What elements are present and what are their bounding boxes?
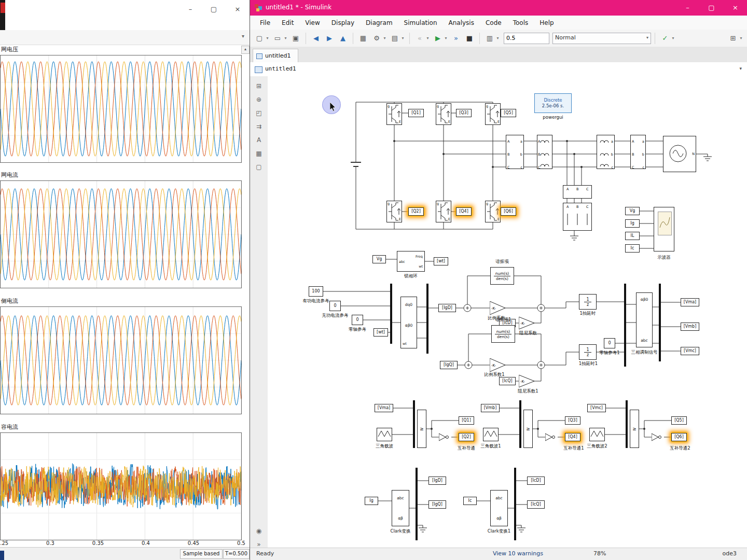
chevron-down-icon[interactable]: ▾ — [242, 33, 244, 39]
goto-tag-q5[interactable]: [Q5] — [501, 109, 516, 117]
relational-operator-block[interactable]: ≥ — [523, 410, 533, 448]
from-tag-ig[interactable]: Ig — [365, 497, 378, 505]
save-button[interactable]: ▣ — [289, 32, 302, 45]
three-phase-inductor-block[interactable]: a b c — [597, 135, 615, 169]
goto-tag-q2[interactable]: [Q2] — [459, 433, 474, 441]
status-solver[interactable]: ode3 — [723, 550, 737, 557]
model-settings-button[interactable]: ⚙ — [370, 32, 383, 45]
unit-delay-block-1[interactable]: 1z — [579, 344, 597, 360]
gain-block-kp1[interactable]: -K- — [490, 358, 506, 372]
from-tag-igq[interactable]: [IgQ] — [440, 361, 458, 369]
titlebar[interactable]: untitled1 * - Simulink – ▢ × — [250, 0, 747, 16]
three-phase-filter-block[interactable]: A B C — [563, 203, 592, 231]
goto-tag-q5[interactable]: [Q5] — [671, 416, 687, 425]
goto-tag-q2[interactable]: [Q2] — [408, 207, 424, 216]
pll-block[interactable]: abc Freq wt — [397, 251, 425, 272]
model-explorer-button[interactable]: ▤ — [389, 32, 401, 45]
run-button[interactable]: ▶ — [432, 32, 444, 45]
constant-reactive-ref[interactable]: 0 — [329, 301, 341, 311]
igbt-block[interactable]: g E — [386, 201, 402, 222]
mux-bar[interactable] — [519, 400, 521, 448]
carrier-block[interactable] — [483, 428, 499, 441]
goto-tag-vma[interactable]: [Vma] — [681, 298, 699, 306]
sim-mode-select[interactable]: Normal ▾ — [552, 33, 651, 44]
from-tag-vg[interactable]: Vg — [372, 255, 386, 263]
library-browser-button[interactable]: ▦ — [357, 32, 369, 45]
goto-tag-q3[interactable]: [Q3] — [456, 109, 472, 117]
minimize-button[interactable]: – — [676, 0, 699, 16]
goto-tag-q4[interactable]: [Q4] — [565, 433, 580, 441]
build-button[interactable]: ⊞ — [727, 32, 739, 45]
menu-analysis[interactable]: Analysis — [443, 19, 480, 26]
menu-diagram[interactable]: Diagram — [360, 19, 398, 26]
scope-titlebar[interactable]: – ▢ × — [0, 0, 250, 31]
gain-block-kd[interactable]: -K- — [519, 317, 535, 329]
library-browser-icon[interactable]: ⊞ — [251, 79, 267, 93]
from-tag-il[interactable]: IL — [625, 232, 640, 240]
from-tag-icq[interactable]: [IcQ] — [499, 377, 516, 385]
from-tag-igd[interactable]: [IgD] — [438, 304, 456, 312]
step-forward-button[interactable]: » — [450, 32, 462, 45]
goto-tag-vmc[interactable]: [Vmc] — [681, 347, 699, 355]
breadcrumb-item[interactable]: untitled1 — [265, 65, 296, 72]
area-icon[interactable]: ▢ — [251, 160, 267, 174]
relational-operator-block[interactable]: ≥ — [630, 410, 639, 448]
demux-bar[interactable] — [514, 468, 516, 540]
igbt-block[interactable]: g E — [386, 103, 402, 125]
mux-bar[interactable] — [626, 400, 628, 448]
relational-operator-block[interactable]: ≥ — [417, 410, 426, 448]
from-tag-vmb[interactable]: [Vmb] — [481, 404, 500, 412]
stop-button[interactable]: ■ — [463, 32, 476, 45]
three-phase-measurement-block[interactable]: A B C a b c — [630, 135, 646, 169]
dq0-transform-block[interactable]: dq0 αβ0 wt — [400, 297, 417, 348]
maximize-button[interactable]: ▢ — [204, 2, 223, 17]
menu-code[interactable]: Code — [480, 19, 507, 26]
powergui-block[interactable]: Discrete 2.5e-06 s. — [534, 93, 572, 113]
three-phase-inductor-block[interactable]: A B C — [537, 135, 552, 169]
close-button[interactable]: × — [724, 0, 747, 16]
goto-tag-icq[interactable]: [IcQ] — [527, 500, 545, 509]
demux-bar[interactable] — [659, 284, 661, 361]
goto-tag-q1[interactable]: [Q1] — [459, 416, 474, 425]
run-caret-icon[interactable]: ▾ — [443, 32, 449, 45]
from-tag-vma[interactable]: [Vma] — [375, 404, 393, 412]
new-model-button[interactable]: ▢ — [253, 32, 266, 45]
from-tag-wt[interactable]: [wt] — [374, 328, 388, 337]
goto-tag-q4[interactable]: [Q4] — [456, 207, 472, 216]
constant-zero-ref[interactable]: 0 — [352, 315, 363, 325]
igbt-block[interactable]: g E — [436, 103, 451, 125]
three-phase-load-block[interactable]: A B C — [563, 185, 592, 199]
new-model-caret-icon[interactable]: ▾ — [265, 32, 270, 45]
goto-tag-icd[interactable]: [IcD] — [527, 477, 545, 485]
goto-tag-wt[interactable]: [wt] — [434, 257, 448, 265]
from-tag-ig[interactable]: Ig — [625, 219, 640, 228]
maximize-button[interactable]: ▢ — [700, 0, 723, 16]
step-back-caret-icon[interactable]: ▾ — [425, 32, 431, 45]
menu-file[interactable]: File — [254, 19, 276, 26]
back-button[interactable]: ◀ — [310, 32, 322, 45]
not-gate-icon[interactable] — [652, 433, 664, 441]
update-model-button[interactable]: ✓ — [659, 32, 671, 45]
chevron-down-icon[interactable]: ▾ — [739, 66, 742, 71]
goto-tag-q3[interactable]: [Q3] — [565, 416, 580, 425]
not-gate-icon[interactable] — [545, 433, 558, 441]
signal-routing-icon[interactable]: ⇉ — [251, 120, 267, 133]
gain-block-kd1[interactable]: -K- — [519, 375, 535, 387]
screenshot-icon[interactable]: ◉ — [251, 524, 267, 538]
minimize-button[interactable]: – — [181, 2, 200, 17]
step-back-button[interactable]: « — [413, 32, 426, 45]
demux-bar[interactable] — [416, 468, 418, 540]
sim-stop-time-input[interactable] — [504, 33, 549, 44]
igbt-block[interactable]: g E — [485, 201, 501, 222]
image-icon[interactable]: ▦ — [251, 147, 267, 160]
constant-active-ref[interactable]: 100 — [309, 286, 323, 297]
menu-display[interactable]: Display — [326, 19, 360, 26]
model-canvas[interactable]: Discrete 2.5e-06 s. powergui g E g E g E — [268, 76, 747, 548]
constant-zero-ref-1[interactable]: 0 — [604, 338, 615, 348]
zoom-icon[interactable]: ⊕ — [251, 93, 267, 106]
data-inspector-button[interactable]: ▥ — [483, 32, 496, 45]
mux-bar[interactable] — [413, 400, 415, 448]
carrier-block[interactable] — [377, 428, 392, 441]
scope-block[interactable] — [654, 207, 674, 251]
menu-help[interactable]: Help — [534, 19, 559, 26]
